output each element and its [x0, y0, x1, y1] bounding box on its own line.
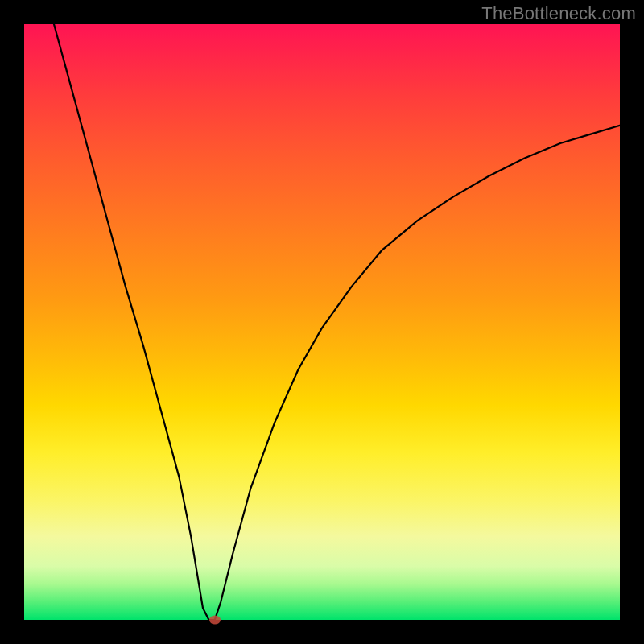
chart-outer: TheBottleneck.com [0, 0, 644, 644]
watermark-text: TheBottleneck.com [481, 3, 636, 24]
curve-line [54, 24, 620, 620]
plot-area [24, 24, 620, 620]
data-point-marker [209, 616, 221, 625]
curve-svg [24, 24, 620, 620]
